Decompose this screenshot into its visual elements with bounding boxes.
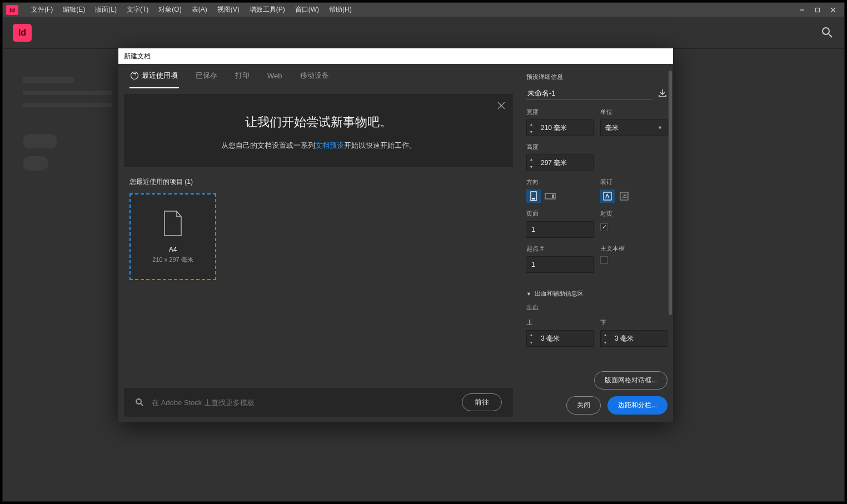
minimize-button[interactable] [794, 4, 810, 16]
menubar: Id 文件(F) 编辑(E) 版面(L) 文字(T) 对象(O) 表(A) 视图… [3, 3, 844, 17]
svg-rect-11 [532, 198, 535, 199]
chevron-down-icon: ▼ [657, 125, 662, 131]
menu-file[interactable]: 文件(F) [26, 3, 58, 17]
close-window-button[interactable] [825, 4, 841, 16]
hero-close-button[interactable] [497, 102, 505, 109]
layout-grid-button[interactable]: 版面网格对话框... [594, 371, 667, 390]
hero-preset-link[interactable]: 文档预设 [315, 141, 344, 149]
hero-subtitle: 从您自己的文档设置或一系列文档预设开始以快速开始工作。 [135, 141, 502, 151]
svg-point-8 [136, 399, 141, 404]
scrollbar[interactable] [669, 71, 672, 332]
menu-window[interactable]: 窗口(W) [290, 3, 324, 17]
menu-type[interactable]: 文字(T) [122, 3, 153, 17]
binding-rtl-button[interactable]: 本 [617, 189, 631, 203]
preset-card-a4[interactable]: A4 210 x 297 毫米 [129, 193, 216, 280]
document-name-input[interactable] [526, 87, 653, 100]
preset-details-panel: 预设详细信息 宽度 ▲▼ 210 毫米 [519, 64, 673, 422]
tab-mobile[interactable]: 移动设备 [299, 64, 330, 88]
maximize-button[interactable] [810, 4, 825, 16]
close-button[interactable]: 关闭 [566, 396, 601, 415]
menu-object[interactable]: 对象(O) [153, 3, 186, 17]
svg-rect-13 [552, 194, 554, 198]
start-page-value[interactable]: 1 [526, 256, 594, 273]
stock-search-bar: 前往 [124, 388, 513, 417]
search-icon [135, 398, 144, 407]
unit-select[interactable]: 毫米 ▼ [600, 119, 667, 136]
primary-text-frame-checkbox[interactable] [600, 256, 608, 264]
recent-label: 您最近使用的项目 (1) [129, 177, 507, 187]
pages-input[interactable]: 1 [526, 221, 594, 238]
bleed-top-step-down[interactable]: ▼ [527, 338, 536, 346]
bleed-label: 出血 [526, 303, 667, 312]
pages-value[interactable]: 1 [526, 221, 594, 238]
bleed-section-label: 出血和辅助信息区 [535, 290, 584, 298]
height-value[interactable]: 297 毫米 [536, 154, 594, 171]
preset-name: A4 [169, 246, 177, 253]
orientation-landscape-button[interactable] [543, 189, 557, 203]
bleed-top-step-up[interactable]: ▲ [527, 331, 536, 338]
bleed-bottom-value[interactable]: 3 毫米 [610, 330, 667, 347]
new-document-dialog: 新建文档 最近使用项 已保存 打印 Web 移动设备 [118, 48, 673, 422]
bleed-top-input[interactable]: ▲▼ 3 毫米 [526, 330, 594, 347]
bleed-bottom-step-up[interactable]: ▲ [601, 331, 610, 338]
tab-recent-label: 最近使用项 [142, 71, 178, 81]
binding-label: 装订 [600, 178, 667, 186]
menu-edit[interactable]: 编辑(E) [58, 3, 90, 17]
tab-print[interactable]: 打印 [234, 64, 251, 88]
menu-table[interactable]: 表(A) [187, 3, 212, 17]
menu-layout[interactable]: 版面(L) [90, 3, 122, 17]
app-logo-icon: Id [6, 5, 18, 15]
preset-details-header: 预设详细信息 [526, 73, 667, 81]
stock-search-input[interactable] [152, 398, 454, 407]
bleed-bottom-input[interactable]: ▲▼ 3 毫米 [600, 330, 667, 347]
width-step-down[interactable]: ▼ [527, 128, 536, 136]
bleed-bottom-label: 下 [600, 318, 667, 327]
hero-sub-post: 开始以快速开始工作。 [344, 141, 416, 149]
menu-view[interactable]: 视图(V) [212, 3, 245, 17]
menu-help[interactable]: 帮助(H) [324, 3, 357, 17]
bleed-top-label: 上 [526, 318, 594, 327]
svg-rect-1 [816, 8, 820, 12]
unit-label: 单位 [600, 108, 667, 116]
height-step-down[interactable]: ▼ [527, 163, 536, 171]
svg-line-5 [829, 34, 832, 37]
dialog-title: 新建文档 [118, 48, 673, 64]
clock-icon [131, 72, 138, 79]
tab-saved[interactable]: 已保存 [195, 64, 218, 88]
width-input[interactable]: ▲▼ 210 毫米 [526, 119, 594, 136]
toolbar: Id [3, 17, 844, 49]
hero-banner: 让我们开始尝试新事物吧。 从您自己的文档设置或一系列文档预设开始以快速开始工作。 [124, 94, 513, 167]
unit-value: 毫米 [605, 123, 619, 133]
preset-dimensions: 210 x 297 毫米 [152, 256, 193, 264]
category-tabs: 最近使用项 已保存 打印 Web 移动设备 [118, 64, 519, 88]
margins-columns-button[interactable]: 边距和分栏... [607, 396, 667, 415]
id-logo-icon: Id [13, 24, 32, 42]
svg-text:本: 本 [622, 193, 628, 199]
search-button[interactable] [821, 26, 834, 39]
width-step-up[interactable]: ▲ [527, 120, 536, 128]
facing-pages-label: 对页 [600, 209, 667, 218]
bleed-section-toggle[interactable]: ▼ 出血和辅助信息区 [526, 290, 667, 298]
start-page-input[interactable]: 1 [526, 256, 594, 273]
menu-plugins[interactable]: 增效工具(P) [245, 3, 290, 17]
tab-recent[interactable]: 最近使用项 [129, 64, 179, 88]
orientation-label: 方向 [526, 178, 594, 186]
svg-line-9 [141, 403, 143, 406]
save-preset-button[interactable] [657, 88, 667, 98]
tab-web[interactable]: Web [266, 65, 283, 88]
orientation-portrait-button[interactable] [526, 189, 541, 203]
stock-go-button[interactable]: 前往 [462, 393, 502, 411]
svg-text:A: A [605, 193, 610, 199]
home-placeholder [23, 77, 112, 178]
height-input[interactable]: ▲▼ 297 毫米 [526, 154, 594, 171]
hero-title: 让我们开始尝试新事物吧。 [135, 114, 502, 131]
width-label: 宽度 [526, 108, 594, 116]
bleed-bottom-step-down[interactable]: ▼ [601, 338, 610, 346]
height-label: 高度 [526, 143, 594, 151]
height-step-up[interactable]: ▲ [527, 155, 536, 163]
bleed-top-value[interactable]: 3 毫米 [536, 330, 594, 347]
page-icon [162, 210, 183, 237]
binding-ltr-button[interactable]: A [600, 189, 615, 203]
width-value[interactable]: 210 毫米 [536, 119, 594, 136]
facing-pages-checkbox[interactable] [600, 223, 608, 231]
